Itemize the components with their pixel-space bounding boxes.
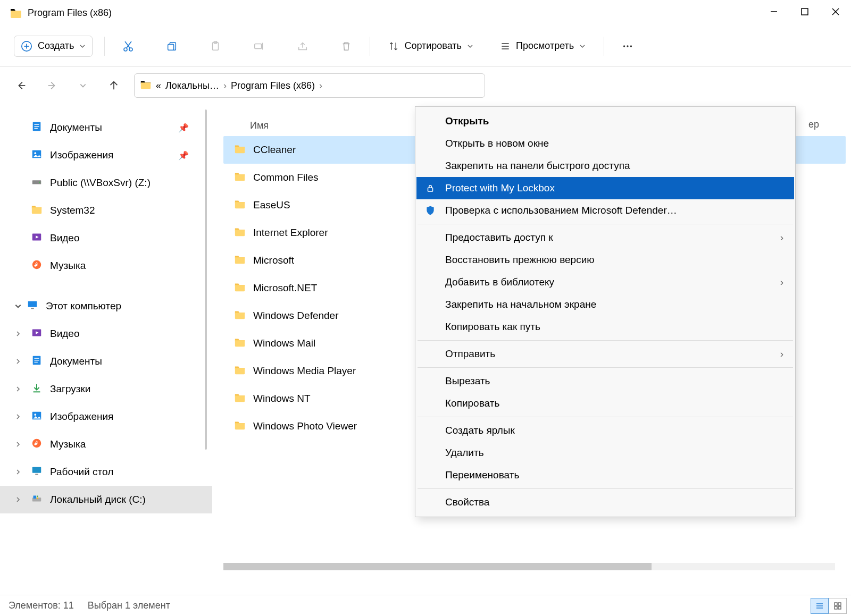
context-menu-item[interactable]: Открыть <box>416 110 794 132</box>
address-bar[interactable]: « Локальны… › Program Files (x86) › <box>134 73 485 98</box>
cut-button[interactable] <box>116 35 140 58</box>
context-menu-separator <box>418 340 793 341</box>
recent-button[interactable] <box>72 75 94 96</box>
folder-icon <box>234 392 246 406</box>
sidebar-item-label: Документы <box>50 356 102 367</box>
view-button[interactable]: Просмотреть <box>494 36 592 56</box>
context-menu-item[interactable]: Создать ярлык <box>416 419 794 442</box>
file-name: Windows Media Player <box>253 365 356 377</box>
sidebar: Документы📌Изображения📌Public (\\VBoxSvr)… <box>0 104 213 595</box>
up-button[interactable] <box>103 75 124 96</box>
file-name: Microsoft.NET <box>253 282 317 294</box>
context-menu-item[interactable]: Добавить в библиотеку› <box>416 271 794 293</box>
music-icon <box>31 259 43 273</box>
context-menu-item[interactable]: Вырезать <box>416 370 794 392</box>
sidebar-pc-item[interactable]: Загрузки <box>0 375 212 403</box>
sidebar-item-label: Музыка <box>50 438 86 450</box>
context-menu-item-label: Копировать как путь <box>445 321 540 333</box>
chevron-right-icon[interactable] <box>13 331 23 337</box>
sidebar-item-label: Загрузки <box>50 383 90 395</box>
svg-point-7 <box>124 48 127 51</box>
sidebar-pc-item[interactable]: Документы <box>0 348 212 375</box>
share-button[interactable] <box>291 35 314 58</box>
context-menu-item[interactable]: Открыть в новом окне <box>416 132 794 155</box>
context-menu-item[interactable]: Копировать <box>416 392 794 415</box>
sidebar-scrollbar[interactable] <box>205 109 207 450</box>
svg-rect-51 <box>34 495 37 499</box>
context-menu-item[interactable]: Свойства <box>416 491 794 513</box>
sidebar-pc-item[interactable]: Музыка <box>0 431 212 458</box>
context-menu-item[interactable]: Переименовать <box>416 464 794 486</box>
sidebar-pc-item[interactable]: Изображения <box>0 403 212 431</box>
file-name: Internet Explorer <box>253 227 328 239</box>
sidebar-pc-item[interactable]: Видео <box>0 320 212 348</box>
more-button[interactable] <box>616 35 639 58</box>
sidebar-quick-item[interactable]: Видео <box>0 224 212 252</box>
svg-point-32 <box>34 152 36 154</box>
file-name: Common Files <box>253 172 318 183</box>
plus-circle-icon <box>21 40 32 52</box>
context-menu-item[interactable]: Protect with My Lockbox <box>416 177 794 199</box>
sidebar-quick-item[interactable]: Public (\\VBoxSvr) (Z:) <box>0 169 212 197</box>
close-button[interactable] <box>820 0 851 23</box>
sidebar-this-pc[interactable]: Этот компьютер <box>0 292 212 320</box>
chevron-right-icon[interactable] <box>13 496 23 503</box>
crumb-item[interactable]: Program Files (x86) <box>231 80 315 91</box>
sidebar-quick-item[interactable]: Изображения📌 <box>0 141 212 169</box>
context-menu-item[interactable]: Отправить› <box>416 343 794 365</box>
context-menu-item[interactable]: Удалить <box>416 442 794 464</box>
sidebar-quick-item[interactable]: Музыка <box>0 252 212 280</box>
context-menu-item-label: Предоставить доступ к <box>445 232 553 243</box>
svg-rect-15 <box>255 44 262 48</box>
back-button[interactable] <box>11 75 32 96</box>
sidebar-quick-item[interactable]: System32 <box>0 197 212 224</box>
svg-rect-60 <box>835 606 837 609</box>
context-menu-item[interactable]: Восстановить прежнюю версию <box>416 249 794 271</box>
context-menu-item-label: Закрепить на панели быстрого доступа <box>445 160 630 172</box>
chevron-right-icon[interactable] <box>13 441 23 448</box>
thumbnails-view-toggle[interactable] <box>829 598 847 614</box>
desktop-icon <box>31 465 43 479</box>
create-button[interactable]: Создать <box>14 36 93 57</box>
details-view-toggle[interactable] <box>811 598 829 614</box>
toolbar: Создать Сортировать Просмотреть <box>0 26 851 67</box>
context-menu-separator <box>418 488 793 489</box>
minimize-button[interactable] <box>758 0 789 23</box>
sidebar-pc-item[interactable]: Рабочий стол <box>0 458 212 486</box>
context-menu-item-label: Проверка с использованием Microsoft Defe… <box>445 205 677 216</box>
horizontal-scrollbar[interactable] <box>223 563 835 570</box>
context-menu-item[interactable]: Копировать как путь <box>416 316 794 338</box>
context-menu-item[interactable]: Закрепить на панели быстрого доступа <box>416 155 794 177</box>
chevron-right-icon[interactable] <box>13 469 23 475</box>
crumb-item[interactable]: Локальны… <box>165 80 219 91</box>
folder-icon <box>234 226 246 240</box>
status-selected: Выбран 1 элемент <box>88 600 170 611</box>
copy-button[interactable] <box>160 35 183 58</box>
sidebar-pc-item[interactable]: Локальный диск (C:) <box>0 486 212 513</box>
sidebar-item-label: Рабочий стол <box>50 466 113 478</box>
chevron-down-icon[interactable] <box>13 302 23 310</box>
chevron-right-icon[interactable] <box>13 386 23 392</box>
context-menu-item-label: Переименовать <box>445 469 519 481</box>
context-menu-item-label: Восстановить прежнюю версию <box>445 254 595 266</box>
svg-rect-48 <box>32 467 41 472</box>
svg-rect-37 <box>28 301 37 307</box>
svg-point-8 <box>129 48 132 51</box>
context-menu-item[interactable]: Закрепить на начальном экране <box>416 293 794 316</box>
context-menu-item-label: Удалить <box>445 447 484 459</box>
rename-button[interactable] <box>247 35 271 58</box>
context-menu-item[interactable]: Проверка с использованием Microsoft Defe… <box>416 199 794 222</box>
context-menu-item[interactable]: Предоставить доступ к› <box>416 226 794 249</box>
maximize-button[interactable] <box>789 0 820 23</box>
paste-button[interactable] <box>204 35 227 58</box>
folder-icon <box>234 171 246 185</box>
chevron-right-icon[interactable] <box>13 414 23 420</box>
forward-button[interactable] <box>41 75 63 96</box>
context-menu-item-label: Копировать <box>445 398 499 409</box>
delete-button[interactable] <box>335 35 358 58</box>
column-header-partial[interactable]: ер <box>808 119 819 130</box>
sort-button[interactable]: Сортировать <box>382 36 480 56</box>
pin-icon: 📌 <box>178 123 189 133</box>
sidebar-quick-item[interactable]: Документы📌 <box>0 114 212 141</box>
chevron-right-icon[interactable] <box>13 358 23 365</box>
